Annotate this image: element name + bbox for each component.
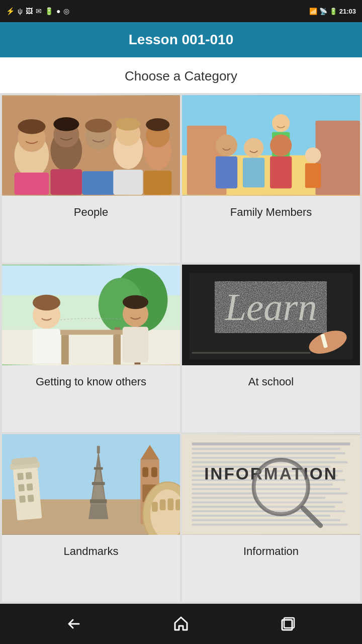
svg-point-30: [272, 114, 290, 132]
category-label-landmarks: Landmarks: [2, 535, 180, 569]
svg-rect-33: [270, 156, 292, 189]
svg-point-28: [244, 138, 263, 157]
svg-rect-68: [28, 495, 34, 502]
svg-rect-35: [305, 163, 321, 188]
svg-rect-57: [192, 352, 311, 354]
category-card-family[interactable]: Family Members: [182, 95, 360, 263]
svg-rect-87: [192, 442, 350, 445]
svg-rect-82: [152, 502, 158, 512]
svg-rect-19: [113, 170, 143, 195]
svg-point-47: [33, 295, 60, 310]
category-card-school[interactable]: Learn At school: [182, 265, 360, 432]
svg-rect-66: [27, 484, 33, 491]
svg-point-26: [216, 134, 237, 156]
svg-rect-73: [94, 467, 103, 470]
svg-rect-44: [61, 335, 69, 364]
svg-point-12: [53, 117, 79, 131]
svg-rect-79: [151, 467, 157, 477]
svg-rect-64: [26, 472, 32, 479]
category-label-family: Family Members: [182, 196, 360, 230]
svg-rect-51: [123, 327, 148, 363]
category-label-information: Information: [182, 535, 360, 569]
svg-rect-63: [17, 473, 24, 480]
svg-rect-65: [18, 484, 25, 492]
svg-rect-90: [192, 457, 335, 459]
status-icon-1: ⚡: [6, 7, 15, 15]
svg-point-34: [305, 147, 321, 163]
category-image-people: [2, 95, 180, 196]
status-icon-6: ●: [56, 7, 60, 15]
svg-rect-78: [142, 467, 148, 477]
category-card-landmarks[interactable]: Landmarks: [2, 434, 180, 602]
svg-rect-43: [51, 330, 130, 335]
category-grid: People: [0, 93, 362, 604]
svg-rect-88: [192, 448, 340, 450]
svg-point-50: [123, 295, 148, 309]
status-icon-4: ✉: [36, 7, 42, 15]
category-card-people[interactable]: People: [2, 95, 180, 263]
status-icon-7: ◎: [63, 7, 69, 15]
svg-rect-105: [192, 524, 348, 526]
status-icon-5: 🔋: [45, 7, 53, 15]
svg-rect-20: [144, 171, 171, 195]
status-icon-3: 🖼: [26, 7, 33, 15]
category-label-knowing: Getting to know others: [2, 365, 180, 399]
svg-rect-29: [243, 158, 264, 188]
svg-point-109: [254, 460, 308, 514]
category-image-knowing: [2, 265, 180, 365]
svg-rect-17: [50, 169, 82, 195]
status-bar: ⚡ ψ 🖼 ✉ 🔋 ● ◎ 📶 📡 🔋 21:03: [0, 0, 362, 22]
category-heading: Choose a Category: [0, 57, 362, 93]
svg-rect-85: [175, 500, 180, 511]
svg-point-32: [270, 134, 292, 156]
svg-point-11: [18, 119, 45, 134]
status-icon-2: ψ: [18, 7, 23, 15]
svg-rect-25: [316, 121, 360, 195]
navigation-bar: [0, 604, 362, 644]
svg-rect-27: [216, 156, 237, 189]
wifi-icon: 📶: [309, 8, 317, 15]
home-button[interactable]: [162, 610, 200, 638]
category-card-knowing[interactable]: Getting to know others: [2, 265, 180, 432]
status-icons-left: ⚡ ψ 🖼 ✉ 🔋 ● ◎: [6, 7, 69, 15]
signal-icon: 📡: [319, 8, 327, 15]
svg-point-15: [146, 118, 169, 131]
svg-rect-83: [160, 500, 166, 511]
app-title: Lesson 001-010: [129, 32, 234, 48]
svg-rect-84: [167, 499, 173, 511]
svg-rect-67: [19, 496, 26, 503]
app-header: Lesson 001-010: [0, 22, 362, 57]
category-label-people: People: [2, 196, 180, 230]
category-image-school: Learn: [182, 265, 360, 365]
svg-text:Learn: Learn: [224, 286, 317, 329]
svg-rect-18: [82, 171, 115, 195]
category-image-family: [182, 95, 360, 196]
svg-point-14: [116, 118, 140, 131]
svg-rect-71: [90, 500, 107, 504]
category-card-information[interactable]: INFORMATION Information: [182, 434, 360, 602]
svg-rect-72: [92, 482, 105, 485]
svg-rect-48: [33, 329, 60, 364]
svg-rect-16: [15, 173, 49, 195]
svg-rect-45: [113, 335, 121, 364]
svg-point-13: [85, 119, 112, 133]
battery-icon: 🔋: [329, 8, 337, 15]
svg-rect-89: [192, 452, 345, 454]
category-image-information: INFORMATION: [182, 434, 360, 535]
recents-button[interactable]: [269, 610, 307, 638]
status-right-icons: 📶 📡 🔋 21:03: [309, 8, 356, 15]
category-image-landmarks: [2, 434, 180, 535]
back-button[interactable]: [55, 610, 93, 638]
svg-rect-74: [97, 446, 100, 453]
category-label-school: At school: [182, 365, 360, 399]
time-display: 21:03: [339, 8, 356, 15]
